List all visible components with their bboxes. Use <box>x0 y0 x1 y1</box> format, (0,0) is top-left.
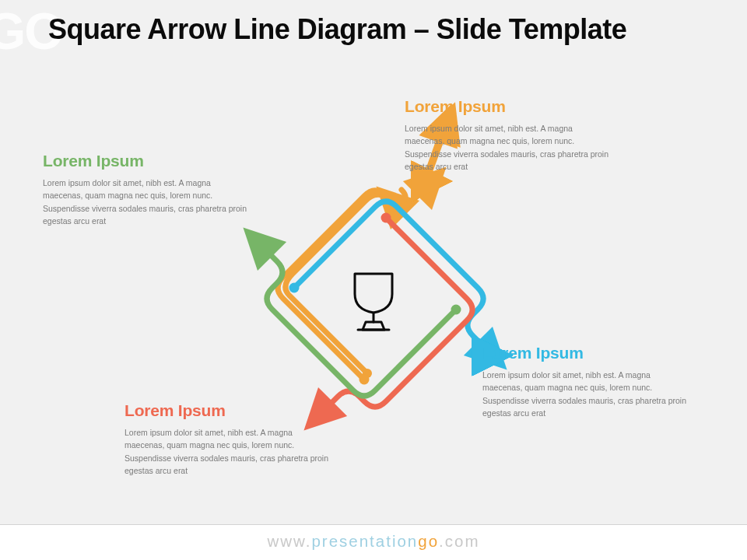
diagram-lines <box>258 181 493 416</box>
callout-blue: Lorem Ipsum Lorem ipsum dolor sit amet, … <box>482 344 691 419</box>
callout-green-heading: Lorem Ipsum <box>43 152 251 170</box>
footer-prefix: www. <box>267 532 311 550</box>
page-title: Square Arrow Line Diagram – Slide Templa… <box>48 14 702 45</box>
svg-line-6 <box>412 181 432 201</box>
callout-orange: Lorem Ipsum Lorem ipsum dolor sit amet, … <box>405 97 613 173</box>
footer-suffix: .com <box>439 532 479 550</box>
callout-orange-heading: Lorem Ipsum <box>405 97 613 116</box>
svg-point-0 <box>363 369 372 378</box>
svg-point-4 <box>451 305 461 315</box>
arrow-orange <box>302 212 393 373</box>
svg-point-2 <box>289 283 300 293</box>
callout-green: Lorem Ipsum Lorem ipsum dolor sit amet, … <box>43 152 251 227</box>
svg-point-1 <box>359 375 370 385</box>
svg-point-3 <box>381 213 391 223</box>
dot-orange <box>359 373 369 383</box>
square-arrow-diagram <box>0 0 747 560</box>
callout-red: Lorem Ipsum Lorem ipsum dolor sit amet, … <box>124 401 333 477</box>
arrow-extensions <box>409 181 432 204</box>
callout-red-heading: Lorem Ipsum <box>124 401 333 420</box>
callout-blue-heading: Lorem Ipsum <box>482 344 691 362</box>
arrow-extension-overlay <box>0 0 747 560</box>
footer-brand-a: presentation <box>311 532 418 550</box>
footer-brand-b: go <box>418 532 439 550</box>
callout-green-body: Lorem ipsum dolor sit amet, nibh est. A … <box>43 177 251 227</box>
footer-attribution: www.presentationgo.com <box>0 524 747 560</box>
callout-blue-body: Lorem ipsum dolor sit amet, nibh est. A … <box>482 369 691 419</box>
callout-red-body: Lorem ipsum dolor sit amet, nibh est. A … <box>124 426 333 477</box>
callout-orange-body: Lorem ipsum dolor sit amet, nibh est. A … <box>405 122 613 173</box>
trophy-icon <box>355 274 392 330</box>
